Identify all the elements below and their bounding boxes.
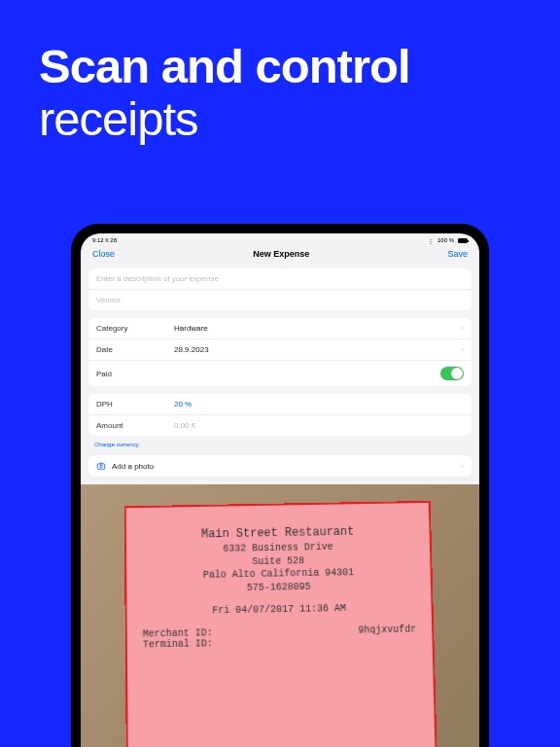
camera-icon xyxy=(96,461,106,471)
change-currency-link[interactable]: Change currency xyxy=(81,440,479,451)
amount-group: DPH 20 % Amount 0,00 € xyxy=(88,394,472,436)
camera-viewport: Main Street Restaurant 6332 Business Dri… xyxy=(81,484,479,747)
merchant-id-value: 9hqjxvufdr xyxy=(358,623,416,635)
category-label: Category xyxy=(96,324,174,333)
close-button[interactable]: Close xyxy=(92,249,115,259)
date-value: 28.9.2023 xyxy=(174,345,461,354)
nav-bar: Close New Expense Save xyxy=(81,245,479,265)
vendor-field[interactable]: Vendor xyxy=(88,290,472,310)
chevron-right-icon: › xyxy=(461,345,464,354)
dph-value: 20 % xyxy=(174,400,464,409)
description-placeholder: Enter a description of your expense xyxy=(96,274,464,283)
category-value: Hardware xyxy=(174,324,461,333)
device-screen: 9:12 II 28. ⋮ 100 % Close New Expense Sa… xyxy=(81,233,479,747)
dph-label: DPH xyxy=(96,400,174,409)
add-photo-label: Add a photo xyxy=(112,462,461,471)
description-group: Enter a description of your expense Vend… xyxy=(88,268,472,310)
paid-toggle[interactable] xyxy=(440,367,464,380)
chevron-right-icon: › xyxy=(461,462,464,471)
terminal-id-label: Terminal ID: xyxy=(143,638,213,650)
hero-headline: Scan and control receipts xyxy=(0,0,560,146)
description-field[interactable]: Enter a description of your expense xyxy=(88,268,472,290)
dph-row[interactable]: DPH 20 % xyxy=(88,394,472,415)
page-title: New Expense xyxy=(253,249,309,259)
hero-light: receipts xyxy=(39,92,198,145)
main-group: Category Hardware › Date 28.9.2023 › Pai… xyxy=(88,318,472,386)
battery-icon xyxy=(458,238,468,243)
svg-point-1 xyxy=(100,465,103,468)
date-label: Date xyxy=(96,345,174,354)
category-row[interactable]: Category Hardware › xyxy=(88,318,472,339)
amount-row[interactable]: Amount 0,00 € xyxy=(88,415,472,436)
paid-label: Paid xyxy=(96,370,174,378)
tablet-frame: 9:12 II 28. ⋮ 100 % Close New Expense Sa… xyxy=(71,224,489,747)
amount-label: Amount xyxy=(96,421,174,430)
wifi-icon: ⋮ xyxy=(428,237,434,244)
detected-receipt: Main Street Restaurant 6332 Business Dri… xyxy=(124,501,439,747)
photo-group: Add a photo › xyxy=(88,455,472,477)
amount-value: 0,00 € xyxy=(174,421,464,430)
vendor-placeholder: Vendor xyxy=(96,296,464,304)
status-bar: 9:12 II 28. ⋮ 100 % xyxy=(81,233,479,245)
chevron-right-icon: › xyxy=(461,324,464,333)
hero-bold: Scan and control xyxy=(39,40,410,92)
status-time: 9:12 II 28. xyxy=(92,237,119,243)
svg-rect-0 xyxy=(97,464,105,469)
date-row[interactable]: Date 28.9.2023 › xyxy=(88,339,472,361)
paid-row: Paid xyxy=(88,361,472,386)
add-photo-row[interactable]: Add a photo › xyxy=(88,455,472,477)
save-button[interactable]: Save xyxy=(447,249,468,259)
battery-text: 100 % xyxy=(438,237,454,243)
